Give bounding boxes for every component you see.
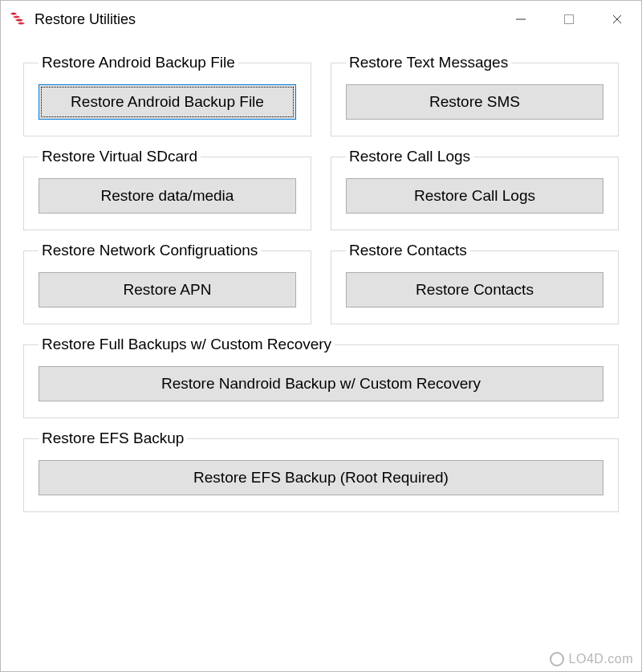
group-legend: Restore EFS Backup [39, 430, 187, 447]
restore-sms-button[interactable]: Restore SMS [346, 84, 603, 120]
minimize-button[interactable] [497, 1, 545, 38]
watermark: LO4D.com [550, 652, 633, 666]
group-contacts: Restore Contacts Restore Contacts [331, 242, 619, 324]
restore-efs-backup-button[interactable]: Restore EFS Backup (Root Required) [39, 460, 603, 495]
restore-data-media-button[interactable]: Restore data/media [39, 178, 296, 214]
title-bar: Restore Utilities [1, 1, 641, 38]
group-virtual-sdcard: Restore Virtual SDcard Restore data/medi… [23, 148, 311, 230]
svg-rect-1 [565, 15, 574, 24]
group-text-messages: Restore Text Messages Restore SMS [331, 54, 619, 136]
restore-apn-button[interactable]: Restore APN [39, 272, 296, 307]
app-icon [9, 10, 26, 28]
maximize-button[interactable] [545, 1, 593, 38]
group-legend: Restore Full Backups w/ Custom Recovery [39, 336, 335, 353]
window-title: Restore Utilities [35, 11, 497, 28]
group-legend: Restore Virtual SDcard [39, 148, 201, 165]
watermark-text: LO4D.com [569, 652, 633, 666]
window-controls [497, 1, 641, 38]
group-android-backup: Restore Android Backup File Restore Andr… [23, 54, 311, 136]
group-legend: Restore Contacts [346, 242, 470, 259]
restore-android-backup-button[interactable]: Restore Android Backup File [39, 84, 296, 120]
globe-icon [550, 652, 564, 666]
group-network-config: Restore Network Configruations Restore A… [23, 242, 311, 324]
client-area: Restore Android Backup File Restore Andr… [1, 38, 641, 540]
group-legend: Restore Text Messages [346, 54, 511, 71]
close-button[interactable] [593, 1, 641, 38]
group-legend: Restore Network Configruations [39, 242, 261, 259]
group-legend: Restore Call Logs [346, 148, 473, 165]
group-call-logs: Restore Call Logs Restore Call Logs [331, 148, 619, 230]
restore-call-logs-button[interactable]: Restore Call Logs [346, 178, 603, 214]
restore-nandroid-backup-button[interactable]: Restore Nandroid Backup w/ Custom Recove… [39, 366, 603, 401]
group-legend: Restore Android Backup File [39, 54, 238, 71]
group-efs-backup: Restore EFS Backup Restore EFS Backup (R… [23, 430, 619, 512]
group-full-backups: Restore Full Backups w/ Custom Recovery … [23, 336, 619, 418]
restore-contacts-button[interactable]: Restore Contacts [346, 272, 603, 307]
window-frame: Restore Utilities Restore Android Backup… [0, 0, 642, 672]
